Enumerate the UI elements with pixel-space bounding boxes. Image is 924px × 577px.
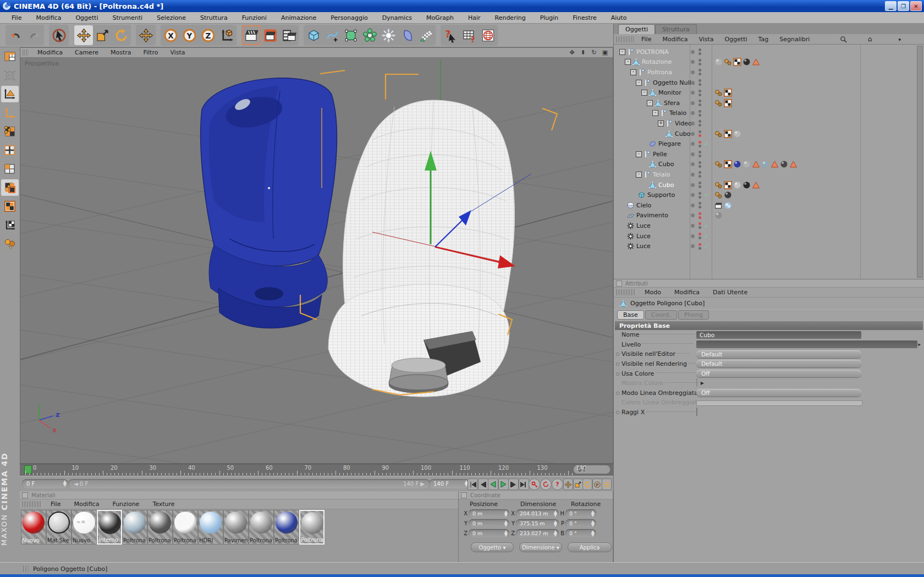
material-name[interactable]: Poltrona [174,537,197,543]
dimensione-button[interactable]: Dimensione ▾ [519,542,562,552]
tree-row-telaio[interactable]: -Telaio [614,169,924,180]
live-selection-button[interactable] [50,25,68,45]
object-manager-menu-segnalibri[interactable]: Segnalibri [774,36,815,43]
material-tag-icon[interactable] [743,160,751,168]
material-poltrona[interactable]: Poltrona [147,510,173,545]
editor-visibility-dot[interactable] [698,161,701,164]
enabled-check-icon[interactable]: ✓ [704,192,708,198]
tree-row-sfera[interactable]: -Sfera [614,98,924,108]
menu-aiuto[interactable]: Aiuto [604,13,634,23]
tree-row-rotazione[interactable]: -Rotazione [614,57,924,68]
panel-checkbox[interactable] [616,281,622,287]
viewport-menu-modifica[interactable]: Modifica [31,49,69,56]
render-visibility-dot[interactable] [698,114,701,117]
dropdown-modo-linea-ombreggiata[interactable]: Off [696,389,861,397]
clapper-tag-icon[interactable] [714,201,723,210]
bookmark-icon[interactable]: ▾ [887,36,912,43]
layer-dot[interactable] [691,111,695,115]
menu-modifica[interactable]: Modifica [29,13,68,23]
object-manager-menu-oggetti[interactable]: Oggetti [719,36,753,43]
scale-button[interactable] [93,25,112,45]
material-preview[interactable]: ≈≋ [73,512,95,534]
object-label[interactable]: POLTRONA [636,48,669,56]
render-active-button[interactable] [261,25,279,45]
pla-key-toggle[interactable] [602,479,612,490]
expand-arrow-icon[interactable]: ▶ [701,381,704,386]
material-nuovo[interactable]: ≈≋Nuovo [72,510,97,545]
material-pavimen[interactable]: Pavimen [223,510,249,545]
material-interno-m[interactable]: Interno M [97,510,122,545]
material-preview[interactable] [48,512,70,534]
tree-row-supporto[interactable]: Supporto✓ [614,190,924,200]
tree-row-telaio[interactable]: -Telaio [614,108,924,119]
menu-rendering[interactable]: Rendering [488,13,533,23]
render-visibility-dot[interactable] [698,83,701,86]
play-forward-button[interactable] [498,479,509,490]
texture-axis-mode-button[interactable] [1,217,19,233]
material-tag-icon[interactable] [780,160,788,168]
add-hypernurbs-button[interactable] [342,25,360,45]
editor-visibility-dot[interactable] [698,130,701,133]
editor-visibility-dot[interactable] [698,192,701,195]
model-mode-button[interactable] [1,86,19,102]
layer-dot[interactable] [691,81,695,85]
render-view-button[interactable] [242,25,261,45]
object-label[interactable]: Sfera [664,100,680,107]
oggetto-button[interactable]: Oggetto ▾ [471,542,514,552]
layer-dot[interactable] [691,204,695,207]
viewport-menu-mostra[interactable]: Mostra [105,49,138,56]
panel-checkbox[interactable] [22,492,28,498]
material-name[interactable]: Poltrona [275,537,298,543]
phong-tag-icon[interactable] [714,99,723,107]
collapse-icon[interactable]: - [636,172,642,178]
editor-visibility-dot[interactable] [698,182,701,184]
maximize-button[interactable]: ❐ [898,1,909,11]
object-manager-menu-vista[interactable]: Vista [693,36,719,43]
render-visibility-dot[interactable] [698,175,701,178]
editor-visibility-dot[interactable] [698,212,701,215]
material-name[interactable]: Interno M [98,537,120,543]
menu-mograph[interactable]: MoGraph [419,13,461,23]
tree-row-luce[interactable]: Luce✓ [614,231,924,241]
object-label[interactable]: Piegare [658,140,681,147]
attributes-menu-modifica[interactable]: Modifica [668,289,706,296]
layer-dot[interactable] [691,132,695,136]
object-manager-menu-file[interactable]: File [636,36,657,43]
render-visibility-dot[interactable] [698,155,701,157]
snap-mode-button[interactable] [1,235,19,252]
blue-chair[interactable] [201,78,337,328]
color-swatch[interactable] [696,378,697,387]
menu-dynamics[interactable]: Dynamics [375,13,419,23]
grip-icon[interactable] [616,36,634,42]
layer-dot[interactable] [691,152,695,156]
online-help-button[interactable] [479,25,497,45]
tree-row-poltrona[interactable]: -Poltrona [614,67,924,78]
parameter-key-toggle[interactable]: P [592,479,602,490]
record-options-button[interactable]: ? [552,479,563,490]
texture-mode-button[interactable] [1,198,19,215]
editor-visibility-dot[interactable] [698,233,701,235]
menu-personaggio[interactable]: Personaggio [323,13,375,23]
editor-visibility-dot[interactable] [698,100,701,102]
render-visibility-dot[interactable] [698,134,701,137]
tree-row-video[interactable]: +Video [614,118,924,129]
material-tag-icon[interactable] [761,160,769,168]
render-visibility-dot[interactable] [698,196,701,199]
add-primitive-button[interactable] [304,25,323,45]
enabled-check-icon[interactable]: ✓ [704,223,708,229]
menu-selezione[interactable]: Selezione [150,13,193,23]
grip-icon[interactable] [22,501,42,507]
editor-visibility-dot[interactable] [698,69,701,72]
layer-dot[interactable] [691,122,695,125]
add-deformer-button[interactable] [360,25,379,45]
material-poltrona[interactable]: Poltrona [122,510,147,545]
editor-visibility-dot[interactable] [698,120,701,123]
frame-range-slider[interactable]: ◄ 0 F140 F ▶ [68,479,430,488]
polygons-mode-button[interactable] [1,161,19,177]
collapse-icon[interactable]: - [652,110,658,116]
menu-struttura[interactable]: Struttura [193,13,235,23]
layer-dot[interactable] [691,162,695,166]
layer-dot[interactable] [691,60,695,64]
object-label[interactable]: Telaio [653,171,670,178]
material-name[interactable]: Pavimen [224,537,248,543]
